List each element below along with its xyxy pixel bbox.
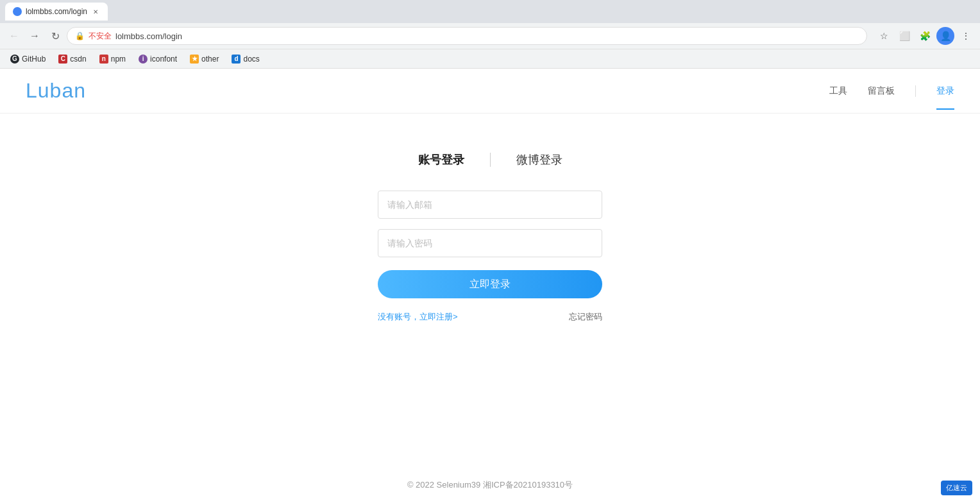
nav-divider bbox=[915, 85, 916, 97]
browser-toolbar: ← → ↻ 🔒 不安全 lolmbbs.com/login ☆ ⬜ 🧩 👤 ⋮ bbox=[0, 23, 980, 49]
page-content: Luban 工具 留言板 登录 账号登录 微博登录 立即登录 没有账号，立即注册… bbox=[0, 69, 980, 503]
bookmark-iconfont[interactable]: i iconfont bbox=[133, 53, 182, 65]
bookmark-star-button[interactable]: ☆ bbox=[875, 27, 893, 45]
bookmark-npm[interactable]: n npm bbox=[94, 53, 131, 65]
site-footer: © 2022 Selenium39 湘ICP备20210193310号 bbox=[0, 460, 980, 503]
badge-label: 亿速云 bbox=[946, 483, 967, 493]
bookmark-label-other: other bbox=[201, 55, 219, 64]
bookmark-label-docs: docs bbox=[243, 55, 259, 64]
refresh-button[interactable]: ↻ bbox=[46, 27, 64, 45]
nav-tools[interactable]: 工具 bbox=[829, 85, 847, 97]
security-icon: 🔒 bbox=[75, 31, 85, 40]
site-nav: Luban 工具 留言板 登录 bbox=[0, 69, 980, 114]
bookmark-docs[interactable]: d docs bbox=[226, 53, 264, 65]
login-submit-button[interactable]: 立即登录 bbox=[378, 270, 602, 298]
copyright-text: © 2022 Selenium39 湘ICP备20210193310号 bbox=[407, 480, 573, 490]
login-tabs: 账号登录 微博登录 bbox=[418, 152, 562, 167]
tab-account-login[interactable]: 账号登录 bbox=[418, 152, 464, 167]
back-button[interactable]: ← bbox=[5, 27, 23, 45]
bookmark-label-npm: npm bbox=[111, 55, 126, 64]
bookmarks-bar: G GitHub C csdn n npm i iconfont ★ other… bbox=[0, 49, 980, 68]
bookmark-github[interactable]: G GitHub bbox=[5, 53, 51, 65]
forgot-password-link[interactable]: 忘记密码 bbox=[569, 311, 602, 323]
bookmark-label-github: GitHub bbox=[22, 55, 46, 64]
login-container: 账号登录 微博登录 立即登录 没有账号，立即注册> 忘记密码 bbox=[0, 114, 980, 460]
forward-button[interactable]: → bbox=[26, 27, 44, 45]
bookmark-favicon-github: G bbox=[10, 55, 19, 64]
bookmark-favicon-npm: n bbox=[99, 55, 108, 64]
tab-weibo-login[interactable]: 微博登录 bbox=[516, 152, 562, 167]
extensions-button[interactable]: 🧩 bbox=[916, 27, 934, 45]
bookmark-favicon-other: ★ bbox=[190, 55, 199, 64]
active-tab[interactable]: lolmbbs.com/login ✕ bbox=[5, 3, 108, 21]
address-bar[interactable]: 🔒 不安全 lolmbbs.com/login bbox=[67, 27, 867, 45]
tab-bar: lolmbbs.com/login ✕ bbox=[0, 0, 980, 23]
register-link[interactable]: 没有账号，立即注册> bbox=[378, 311, 458, 323]
profile-button[interactable]: 👤 bbox=[936, 27, 954, 45]
login-tab-divider bbox=[490, 153, 491, 167]
cast-button[interactable]: ⬜ bbox=[895, 27, 913, 45]
security-label: 不安全 bbox=[89, 31, 112, 42]
nav-login[interactable]: 登录 bbox=[936, 85, 954, 97]
nav-links: 工具 留言板 登录 bbox=[829, 85, 954, 97]
bookmark-favicon-iconfont: i bbox=[139, 55, 148, 64]
tab-favicon bbox=[13, 7, 22, 16]
browser-chrome: lolmbbs.com/login ✕ ← → ↻ 🔒 不安全 lolmbbs.… bbox=[0, 0, 980, 69]
login-form: 立即登录 没有账号，立即注册> 忘记密码 bbox=[378, 191, 602, 323]
bookmark-favicon-docs: d bbox=[232, 55, 241, 64]
password-input[interactable] bbox=[378, 229, 602, 257]
bottom-right-badge[interactable]: 亿速云 bbox=[941, 481, 972, 495]
login-footer-links: 没有账号，立即注册> 忘记密码 bbox=[378, 311, 602, 323]
nav-guestbook[interactable]: 留言板 bbox=[868, 85, 895, 97]
bookmark-label-csdn: csdn bbox=[70, 55, 86, 64]
toolbar-actions: ☆ ⬜ 🧩 👤 ⋮ bbox=[875, 27, 975, 45]
bookmark-other[interactable]: ★ other bbox=[185, 53, 224, 65]
email-input[interactable] bbox=[378, 191, 602, 219]
tab-title: lolmbbs.com/login bbox=[26, 7, 87, 16]
bookmark-label-iconfont: iconfont bbox=[150, 55, 177, 64]
address-text: lolmbbs.com/login bbox=[115, 31, 859, 41]
bookmark-favicon-csdn: C bbox=[58, 55, 67, 64]
site-logo: Luban bbox=[26, 79, 86, 103]
menu-button[interactable]: ⋮ bbox=[957, 27, 975, 45]
bookmark-csdn[interactable]: C csdn bbox=[53, 53, 91, 65]
tab-close-button[interactable]: ✕ bbox=[91, 7, 100, 16]
